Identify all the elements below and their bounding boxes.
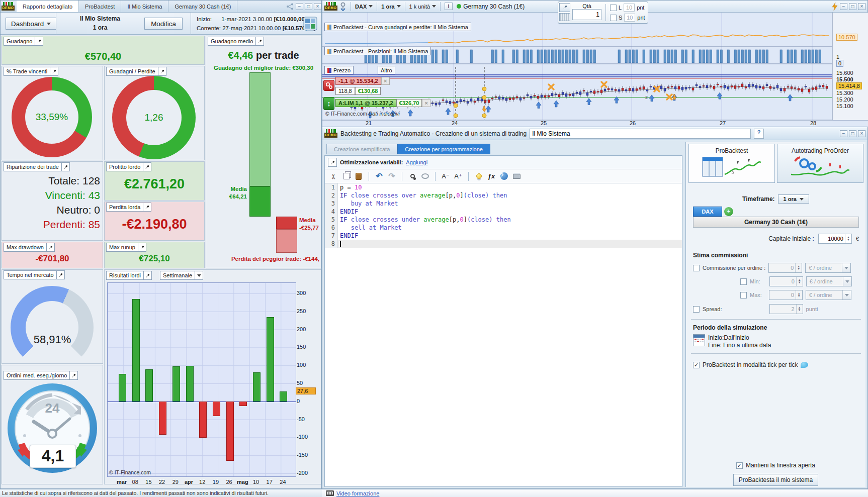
help-icon[interactable]: ? xyxy=(499,172,508,181)
wrench-icon[interactable] xyxy=(50,67,58,75)
minimize-icon[interactable]: − xyxy=(840,3,847,10)
period-dropdown[interactable]: Settimanale xyxy=(160,271,203,280)
wrench-icon[interactable] xyxy=(328,158,337,167)
code-line[interactable]: 2IF close crosses over average[p,0](clos… xyxy=(325,191,682,200)
wrench-icon[interactable] xyxy=(61,163,69,171)
wrench-icon[interactable] xyxy=(143,163,151,171)
wrench-icon[interactable] xyxy=(56,271,64,279)
code-line[interactable]: 6 sell at Market xyxy=(325,224,682,232)
short-points-input[interactable] xyxy=(624,14,635,22)
wrench-icon[interactable] xyxy=(143,271,151,279)
report-tab-1[interactable]: ProBacktest xyxy=(79,1,121,12)
connection-icon[interactable] xyxy=(339,2,346,11)
wrench-icon[interactable] xyxy=(143,203,151,211)
max-checkbox[interactable] xyxy=(740,292,747,299)
maximize-icon[interactable]: □ xyxy=(305,3,312,10)
instrument-dropdown[interactable]: DAX xyxy=(355,4,373,10)
report-tab-3[interactable]: Germany 30 Cash (1€) xyxy=(168,1,237,12)
wrench-icon[interactable] xyxy=(69,371,77,379)
min-input[interactable] xyxy=(770,278,796,284)
tab-creazione-programmazione[interactable]: Creazione per programmazione xyxy=(397,144,490,154)
close-icon[interactable]: × xyxy=(381,77,390,85)
altro-tab[interactable]: Altro xyxy=(378,66,395,74)
spread-input[interactable] xyxy=(770,306,796,312)
paste-icon[interactable] xyxy=(354,172,363,181)
code-line[interactable]: 7ENDIF xyxy=(325,232,682,240)
wrench-icon[interactable] xyxy=(158,67,166,75)
video-formazione-link[interactable]: Video formazione xyxy=(336,490,379,496)
info-icon[interactable]: i xyxy=(445,3,453,10)
font-larger-icon[interactable]: A⁺ xyxy=(454,172,463,181)
keyboard-icon[interactable] xyxy=(559,13,570,21)
code-area[interactable]: 1p = 102IF close crosses over average[p,… xyxy=(325,183,682,248)
code-line[interactable]: 5IF close crosses under average[p,0](clo… xyxy=(325,216,682,224)
search-icon[interactable] xyxy=(408,172,417,181)
spinner-arrows-icon[interactable]: ▲▼ xyxy=(845,234,851,243)
timeframe-select[interactable]: 1 ora xyxy=(778,194,809,204)
code-line[interactable]: 8 xyxy=(325,240,682,248)
commissione-unit-select[interactable]: € / ordine xyxy=(805,263,851,273)
spread-checkbox[interactable] xyxy=(693,306,700,313)
instrument-tab[interactable]: DAX xyxy=(693,207,722,217)
function-icon[interactable]: ƒx xyxy=(487,172,496,181)
maximize-icon[interactable]: □ xyxy=(849,130,856,137)
units-dropdown[interactable]: 1 k unità xyxy=(409,4,437,10)
wrench-icon[interactable] xyxy=(255,37,264,45)
positions-panel-chip[interactable]: ProBacktest - Posizioni: Il Mio Sistema xyxy=(324,47,431,55)
max-input[interactable] xyxy=(769,292,796,298)
min-unit-select[interactable]: € / ordine xyxy=(806,276,852,286)
code-line[interactable]: 3 buy at Market xyxy=(325,200,682,208)
min-checkbox[interactable] xyxy=(740,278,747,285)
comment-icon[interactable] xyxy=(420,172,429,181)
keep-open-checkbox[interactable]: ✓ xyxy=(736,462,743,469)
qty-input[interactable] xyxy=(572,9,601,20)
minimize-icon[interactable]: − xyxy=(296,3,303,10)
report-tab-0[interactable]: Rapporto dettagliato xyxy=(17,1,79,12)
flash-icon[interactable] xyxy=(831,3,838,11)
sell-position-tag[interactable]: -1,1 @ 15.534,2 × xyxy=(335,77,390,85)
calendar-icon[interactable] xyxy=(693,334,705,346)
dashboard-dropdown[interactable]: Dashboard xyxy=(6,18,56,30)
long-points-input[interactable] xyxy=(624,4,635,12)
system-name-input[interactable] xyxy=(530,129,751,139)
hint-bulb-icon[interactable] xyxy=(474,172,483,181)
redo-icon[interactable]: ↷ xyxy=(387,172,396,181)
close-icon[interactable]: × xyxy=(858,3,865,10)
copy-icon[interactable] xyxy=(341,172,351,181)
long-checkbox[interactable] xyxy=(610,5,617,11)
cut-icon[interactable]: ✂ xyxy=(329,172,338,181)
commissione-checkbox[interactable] xyxy=(693,265,700,271)
minimize-icon[interactable]: − xyxy=(840,130,847,137)
run-backtest-button[interactable]: ProBacktesta il mio sistema xyxy=(733,474,818,486)
font-smaller-icon[interactable]: A⁻ xyxy=(441,172,450,181)
code-line[interactable]: 4ENDIF xyxy=(325,208,682,216)
commissione-input[interactable] xyxy=(769,265,795,271)
short-checkbox[interactable] xyxy=(610,15,617,21)
maximize-icon[interactable]: □ xyxy=(849,3,856,10)
close-icon[interactable]: × xyxy=(314,3,321,10)
tab-creazione-semplificata[interactable]: Creazione semplificata xyxy=(326,144,397,154)
wrench-icon[interactable] xyxy=(46,243,54,251)
limit-order-tag[interactable]: A:LIM 1,1 @ 15.237,2 €326,70 × xyxy=(335,99,430,107)
limit-order-arrows-icon[interactable]: ↕ xyxy=(323,97,334,110)
equity-panel-chip[interactable]: ProBacktest - Curva guadagni e perdite: … xyxy=(324,23,471,31)
price-panel-chip[interactable]: Prezzo xyxy=(324,66,354,74)
order-settings-wrench-icon[interactable] xyxy=(559,3,570,12)
report-tab-2[interactable]: Il Mio Sistema xyxy=(121,1,168,12)
add-variable-link[interactable]: Aggiungi xyxy=(406,159,427,165)
close-icon[interactable]: × xyxy=(858,130,865,137)
strategy-gears-icon[interactable] xyxy=(323,80,334,91)
dashboard-grid-icon[interactable] xyxy=(303,17,317,31)
tab-probacktest[interactable]: ProBacktest xyxy=(688,144,775,183)
timeframe-dropdown[interactable]: 1 ora xyxy=(381,4,400,10)
code-line[interactable]: 1p = 10 xyxy=(325,183,682,191)
max-unit-select[interactable]: € / ordine xyxy=(806,290,851,300)
undo-icon[interactable]: ↶ xyxy=(375,172,384,181)
print-icon[interactable] xyxy=(512,172,521,181)
capitale-input[interactable] xyxy=(819,236,845,242)
wrench-icon[interactable] xyxy=(138,243,146,251)
share-icon[interactable] xyxy=(286,3,294,10)
wrench-icon[interactable] xyxy=(35,37,43,45)
modifica-button[interactable]: Modifica xyxy=(144,18,183,30)
tab-autotrading-proorder[interactable]: Autotrading ProOrder xyxy=(777,144,863,183)
